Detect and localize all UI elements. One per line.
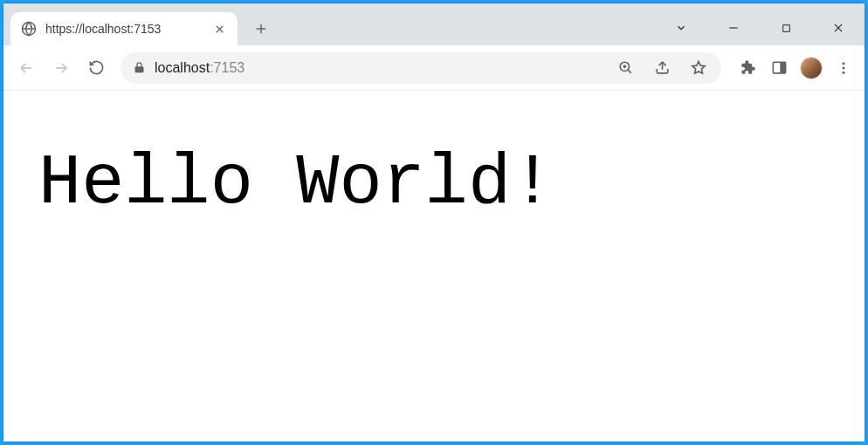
page-body-text: Hello World! (38, 143, 830, 224)
titlebar: https://localhost:7153 (3, 3, 865, 45)
url-host: localhost (155, 60, 210, 76)
browser-window: https://localhost:7153 (3, 3, 865, 442)
menu-button[interactable] (833, 58, 854, 79)
reload-button[interactable] (80, 52, 112, 84)
url-text: localhost:7153 (155, 60, 245, 76)
browser-tab[interactable]: https://localhost:7153 (10, 12, 238, 45)
url-port: :7153 (210, 60, 245, 76)
share-icon[interactable] (651, 58, 672, 79)
extensions-icon[interactable] (737, 58, 758, 79)
globe-icon (21, 21, 37, 37)
minimize-button[interactable] (707, 12, 760, 44)
back-button[interactable] (10, 52, 42, 84)
svg-rect-4 (781, 62, 786, 73)
close-window-button[interactable] (812, 12, 865, 44)
forward-button[interactable] (45, 52, 77, 84)
profile-avatar[interactable] (800, 57, 823, 79)
svg-point-5 (843, 62, 845, 65)
window-controls (655, 3, 865, 45)
search-tabs-button[interactable] (655, 12, 707, 44)
lock-icon (133, 61, 146, 74)
maximize-button[interactable] (760, 12, 812, 44)
svg-point-7 (843, 71, 845, 73)
close-tab-button[interactable] (211, 21, 227, 37)
address-bar[interactable]: localhost:7153 (121, 52, 721, 84)
tab-title: https://localhost:7153 (45, 22, 203, 36)
svg-rect-1 (782, 24, 789, 31)
side-panel-icon[interactable] (768, 58, 789, 79)
zoom-icon[interactable] (615, 58, 636, 79)
new-tab-button[interactable] (248, 16, 274, 42)
toolbar-right (737, 57, 854, 79)
toolbar: localhost:7153 (3, 45, 865, 91)
star-icon[interactable] (688, 58, 709, 79)
omnibox-actions (615, 58, 709, 79)
svg-point-6 (843, 66, 845, 69)
page-viewport: Hello World! (3, 91, 865, 442)
